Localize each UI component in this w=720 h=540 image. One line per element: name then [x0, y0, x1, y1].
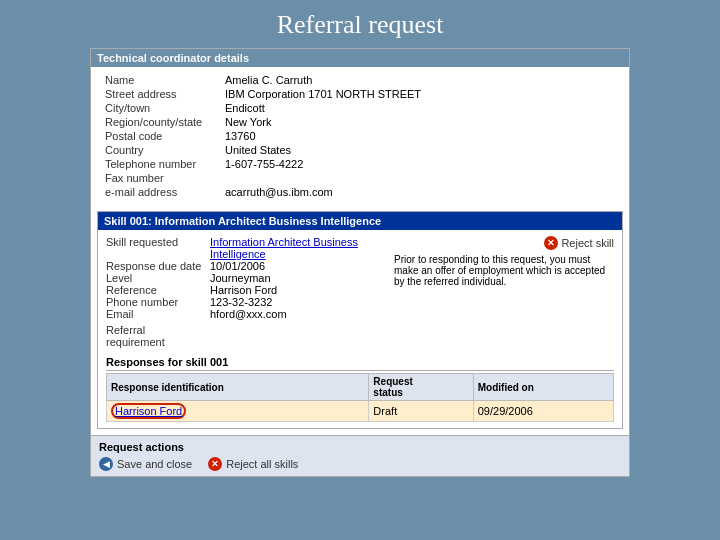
actions-section: Request actions ◀ Save and close ✕ Rejec…: [91, 435, 629, 476]
coordinator-row: Fax number: [101, 171, 619, 185]
referral-label: Referral requirement: [106, 324, 206, 348]
skill-001-section: Skill 001: Information Architect Busines…: [97, 211, 623, 429]
skill-requested-field: Skill requested Information Architect Bu…: [106, 236, 394, 260]
reference-value: Harrison Ford: [210, 284, 394, 296]
coordinator-field-label: Telephone number: [101, 157, 221, 171]
phone-value: 123-32-3232: [210, 296, 394, 308]
coordinator-row: e-mail addressacarruth@us.ibm.com: [101, 185, 619, 199]
phone-label: Phone number: [106, 296, 206, 308]
reject-all-icon: ✕: [208, 457, 222, 471]
coordinator-field-label: Name: [101, 73, 221, 87]
coordinator-field-value: 1-607-755-4222: [221, 157, 619, 171]
reference-field: Reference Harrison Ford: [106, 284, 394, 296]
response-id-link[interactable]: Harrison Ford: [115, 405, 182, 417]
save-close-label: Save and close: [117, 458, 192, 470]
coordinator-field-value: Amelia C. Carruth: [221, 73, 619, 87]
response-due-label: Response due date: [106, 260, 206, 272]
reject-skill-label: Reject skill: [561, 237, 614, 249]
save-icon: ◀: [99, 457, 113, 471]
tech-coordinator-header: Technical coordinator details: [91, 49, 629, 67]
coordinator-row: Telephone number1-607-755-4222: [101, 157, 619, 171]
col-modified-on: Modified on: [473, 374, 613, 401]
actions-row: ◀ Save and close ✕ Reject all skills: [99, 457, 621, 471]
coordinator-field-label: e-mail address: [101, 185, 221, 199]
main-card: Technical coordinator details NameAmelia…: [90, 48, 630, 477]
coordinator-field-value: 13760: [221, 129, 619, 143]
coordinator-field-value: United States: [221, 143, 619, 157]
coordinator-field-value: IBM Corporation 1701 NORTH STREET: [221, 87, 619, 101]
coordinator-row: Street addressIBM Corporation 1701 NORTH…: [101, 87, 619, 101]
phone-field: Phone number 123-32-3232: [106, 296, 394, 308]
coordinator-field-label: Postal code: [101, 129, 221, 143]
reject-area: ✕ Reject skill Prior to responding to th…: [394, 236, 614, 287]
coordinator-row: City/townEndicott: [101, 101, 619, 115]
coordinator-field-label: Country: [101, 143, 221, 157]
response-due-value: 10/01/2006: [210, 260, 394, 272]
reject-skill-icon: ✕: [544, 236, 558, 250]
skill-info-left: Skill requested Information Architect Bu…: [106, 236, 394, 320]
skill-001-header: Skill 001: Information Architect Busines…: [98, 212, 622, 230]
col-response-id: Response identification: [107, 374, 369, 401]
response-due-field: Response due date 10/01/2006: [106, 260, 394, 272]
reference-label: Reference: [106, 284, 206, 296]
response-modified-cell: 09/29/2006: [473, 401, 613, 422]
actions-header: Request actions: [99, 441, 621, 453]
coordinator-field-label: Fax number: [101, 171, 221, 185]
coordinator-field-label: Region/county/state: [101, 115, 221, 129]
skill-requested-label: Skill requested: [106, 236, 206, 248]
responses-table: Response identification Requeststatus Mo…: [106, 373, 614, 422]
skill-requested-row: Skill requested Information Architect Bu…: [106, 236, 614, 320]
skill-requested-value: Information Architect Business Intellige…: [210, 236, 394, 260]
referral-requirement-value: Prior to responding to this request, you…: [394, 254, 614, 287]
reject-all-label: Reject all skills: [226, 458, 298, 470]
reject-skill-button[interactable]: ✕ Reject skill: [544, 236, 614, 250]
coordinator-row: Postal code13760: [101, 129, 619, 143]
coordinator-field-value: Endicott: [221, 101, 619, 115]
coordinator-field-label: City/town: [101, 101, 221, 115]
skill-requested-link[interactable]: Information Architect Business Intellige…: [210, 236, 358, 260]
coordinator-field-value: New York: [221, 115, 619, 129]
responses-header: Responses for skill 001: [106, 354, 614, 371]
coordinator-field-value: [221, 171, 619, 185]
level-field: Level Journeyman: [106, 272, 394, 284]
save-close-button[interactable]: ◀ Save and close: [99, 457, 192, 471]
response-status-cell: Draft: [369, 401, 473, 422]
email-value: hford@xxx.com: [210, 308, 394, 320]
referral-field: Referral requirement: [106, 324, 614, 348]
coordinator-row: NameAmelia C. Carruth: [101, 73, 619, 87]
coordinator-info-table: NameAmelia C. CarruthStreet addressIBM C…: [101, 73, 619, 199]
level-label: Level: [106, 272, 206, 284]
col-request-status: Requeststatus: [369, 374, 473, 401]
response-id-cell: Harrison Ford: [107, 401, 369, 422]
responses-section: Responses for skill 001 Response identif…: [106, 354, 614, 422]
coordinator-row: Region/county/stateNew York: [101, 115, 619, 129]
page-title: Referral request: [277, 10, 444, 40]
email-label: Email: [106, 308, 206, 320]
skill-001-body: Skill requested Information Architect Bu…: [98, 230, 622, 428]
response-row: Harrison FordDraft09/29/2006: [107, 401, 614, 422]
level-value: Journeyman: [210, 272, 394, 284]
tech-coordinator-body: NameAmelia C. CarruthStreet addressIBM C…: [91, 67, 629, 205]
coordinator-field-label: Street address: [101, 87, 221, 101]
reject-all-button[interactable]: ✕ Reject all skills: [208, 457, 298, 471]
coordinator-row: CountryUnited States: [101, 143, 619, 157]
coordinator-field-value: acarruth@us.ibm.com: [221, 185, 619, 199]
email-field: Email hford@xxx.com: [106, 308, 394, 320]
